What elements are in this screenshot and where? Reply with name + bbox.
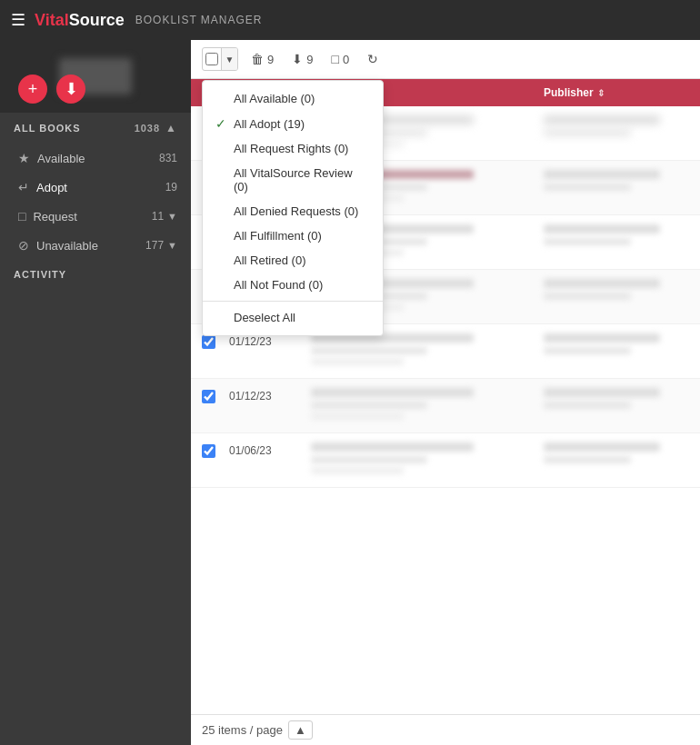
sidebar-item-request[interactable]: □ Request 11 ▼ [0, 202, 191, 231]
row-publisher-2 [544, 170, 689, 191]
dropdown-divider [203, 301, 383, 302]
sidebar-item-unavailable[interactable]: ⊘ Unavailable 177 ▼ [0, 231, 191, 260]
items-per-page-wrapper: 25 items / page ▲ [202, 720, 313, 740]
copy-action[interactable]: □ 0 [325, 49, 355, 69]
app-title: BOOKLIST MANAGER [135, 14, 263, 26]
row-publisher-7 [544, 442, 689, 463]
all-books-label: ALL BOOKS [14, 123, 81, 134]
publisher-sort-icon: ⇕ [597, 88, 605, 98]
filter-all-retired[interactable]: All Retired (0) [203, 248, 383, 273]
sidebar-item-unavailable-label: Unavailable [36, 239, 98, 253]
adopt-count: 19 [165, 181, 177, 194]
export-icon: ⬇ [292, 52, 303, 66]
row-checkbox-6[interactable] [202, 388, 229, 407]
main-layout: + ⬇ ALL BOOKS 1038 ▲ ★ Available 831 ↵ A… [0, 40, 700, 745]
filter-all-adopt[interactable]: ✓ All Adopt (19) [203, 111, 383, 136]
chevron-up-icon: ▲ [295, 723, 306, 737]
download-button[interactable]: ⬇ [56, 74, 85, 104]
row-publisher-5 [544, 333, 689, 354]
sidebar-item-available-label: Available [37, 152, 85, 165]
row-date-6: 01/12/23 [229, 388, 311, 402]
content-area: ▼ 🗑 9 ⬇ 9 □ 0 ↻ All Available (0) [191, 40, 700, 745]
menu-icon[interactable]: ☰ [11, 10, 25, 30]
app-header: ☰ VitalSource BOOKLIST MANAGER [0, 0, 700, 40]
filter-all-denied-requests[interactable]: All Denied Requests (0) [203, 199, 383, 224]
row-title-5 [311, 333, 544, 365]
row-title-6 [311, 388, 544, 420]
row-date-7: 01/06/23 [229, 442, 311, 457]
deselect-all-button[interactable]: Deselect All [203, 305, 383, 330]
star-icon: ★ [18, 151, 30, 165]
table-footer: 25 items / page ▲ [191, 714, 700, 745]
all-books-count: 1038 [135, 123, 160, 134]
select-all-input[interactable] [205, 53, 218, 65]
add-button[interactable]: + [18, 74, 47, 104]
refresh-icon: ↻ [367, 52, 378, 66]
select-all-wrapper[interactable]: ▼ [202, 47, 238, 71]
filter-all-vitalsource-review[interactable]: All VitalSource Review (0) [203, 161, 383, 199]
export-count: 9 [306, 53, 313, 66]
all-books-section[interactable]: ALL BOOKS 1038 ▲ [0, 113, 191, 144]
filter-dropdown: All Available (0) ✓ All Adopt (19) All R… [202, 80, 384, 336]
row-title-7 [311, 442, 544, 474]
activity-section-header: ACTIVITY [0, 260, 191, 289]
request-count: 11 [152, 210, 164, 223]
items-per-page-label: 25 items / page [202, 723, 283, 737]
row-publisher-1 [544, 115, 689, 136]
sidebar-item-available[interactable]: ★ Available 831 [0, 144, 191, 173]
publisher-header-label: Publisher [544, 86, 594, 99]
table-row: 01/12/23 [191, 379, 700, 433]
select-all-checkbox[interactable] [203, 48, 221, 70]
export-action[interactable]: ⬇ 9 [286, 49, 318, 69]
row-publisher-6 [544, 388, 689, 409]
refresh-action[interactable]: ↻ [362, 49, 384, 69]
th-publisher[interactable]: Publisher ⇕ [544, 86, 689, 99]
row-checkbox-7[interactable] [202, 442, 229, 462]
delete-action[interactable]: 🗑 9 [245, 49, 279, 69]
unavailable-count: 177 [145, 239, 164, 252]
delete-icon: 🗑 [251, 52, 264, 66]
filter-all-available[interactable]: All Available (0) [203, 86, 383, 111]
sidebar-profile: + ⬇ [0, 40, 191, 113]
select-dropdown-toggle[interactable]: ▼ [221, 48, 237, 70]
unavailable-icon: ⊘ [18, 238, 29, 253]
copy-count: 0 [343, 53, 349, 66]
items-per-page-dropdown[interactable]: ▲ [288, 720, 313, 740]
row-checkbox-5[interactable] [202, 333, 229, 353]
filter-all-request-rights[interactable]: All Request Rights (0) [203, 136, 383, 161]
available-count: 831 [159, 152, 177, 164]
row-publisher-4 [544, 279, 689, 300]
sidebar-item-request-label: Request [33, 210, 76, 224]
sidebar-item-adopt[interactable]: ↵ Adopt 19 [0, 173, 191, 202]
filter-all-not-found[interactable]: All Not Found (0) [203, 273, 383, 297]
sidebar: + ⬇ ALL BOOKS 1038 ▲ ★ Available 831 ↵ A… [0, 40, 191, 745]
unavailable-chevron-icon: ▼ [167, 240, 177, 251]
app-logo: VitalSource [35, 11, 125, 30]
row-publisher-3 [544, 224, 689, 245]
table-row: 01/06/23 [191, 433, 700, 488]
deselect-label: Deselect All [234, 311, 295, 324]
toolbar: ▼ 🗑 9 ⬇ 9 □ 0 ↻ [191, 40, 700, 79]
activity-label: ACTIVITY [14, 269, 66, 280]
chevron-up-icon: ▲ [165, 122, 177, 134]
filter-all-fulfillment[interactable]: All Fulfillment (0) [203, 224, 383, 248]
copy-icon: □ [331, 52, 338, 66]
request-chevron-icon: ▼ [167, 211, 177, 222]
sidebar-item-adopt-label: Adopt [36, 181, 67, 194]
request-icon: □ [18, 209, 25, 224]
delete-count: 9 [267, 53, 274, 66]
adopt-icon: ↵ [18, 180, 29, 194]
